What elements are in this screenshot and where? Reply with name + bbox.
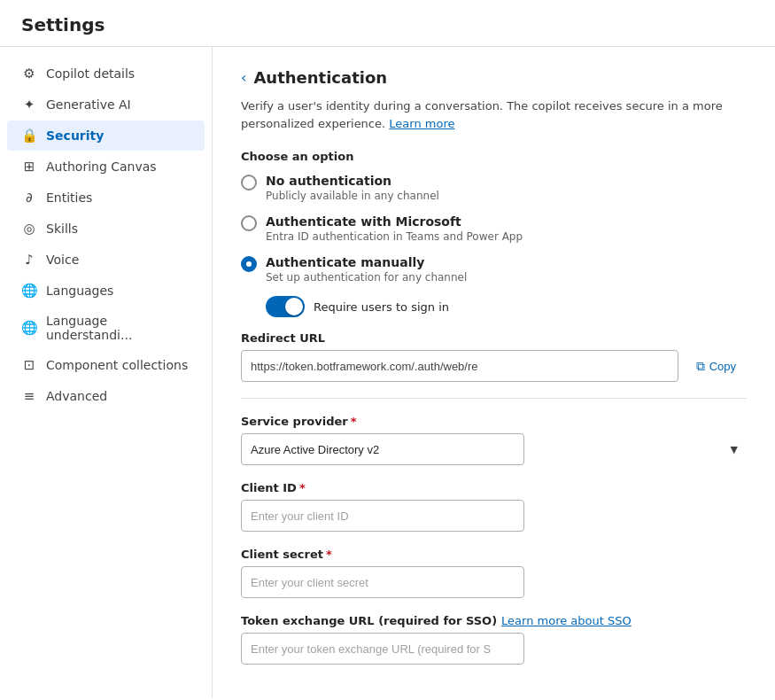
- back-button[interactable]: ‹: [241, 69, 246, 86]
- token-exchange-input[interactable]: [241, 633, 524, 665]
- sidebar-item-authoring-canvas[interactable]: ⊞Authoring Canvas: [7, 152, 205, 182]
- sidebar-item-component-collections[interactable]: ⊡Component collections: [7, 350, 205, 380]
- sidebar-item-security-label: Security: [46, 128, 104, 143]
- copilot-details-icon: ⚙: [21, 66, 37, 82]
- chevron-down-icon: ▼: [731, 444, 738, 455]
- page-title: Settings: [21, 14, 105, 35]
- sidebar-item-languages-label: Languages: [46, 284, 113, 298]
- authoring-canvas-icon: ⊞: [21, 159, 37, 175]
- radio-option-manual-auth[interactable]: Authenticate manuallySet up authenticati…: [241, 255, 747, 284]
- security-icon: 🔒: [21, 128, 37, 144]
- sidebar-item-languages[interactable]: 🌐Languages: [7, 276, 205, 306]
- radio-ms-auth-sublabel: Entra ID authentication in Teams and Pow…: [266, 230, 523, 243]
- sidebar-item-advanced[interactable]: ≡Advanced: [7, 381, 205, 411]
- advanced-icon: ≡: [21, 388, 37, 404]
- client-secret-required: *: [326, 548, 332, 561]
- sidebar-item-skills-label: Skills: [46, 222, 78, 236]
- voice-icon: ♪: [21, 252, 37, 268]
- sidebar-item-copilot-details-label: Copilot details: [46, 66, 135, 81]
- sidebar-item-generative-ai-label: Generative AI: [46, 97, 131, 112]
- service-provider-select[interactable]: Azure Active Directory v2Azure Active Di…: [241, 433, 524, 465]
- choose-option-label: Choose an option: [241, 150, 747, 163]
- radio-manual-auth-sublabel: Set up authentication for any channel: [266, 271, 467, 284]
- language-understanding-icon: 🌐: [21, 320, 37, 336]
- sidebar: ⚙Copilot details✦Generative AI🔒Security⊞…: [0, 47, 213, 698]
- radio-no-auth-label: No authentication: [266, 174, 439, 188]
- radio-no-auth-sublabel: Publicly available in any channel: [266, 190, 439, 202]
- sidebar-item-voice-label: Voice: [46, 253, 79, 267]
- sidebar-item-entities[interactable]: ∂Entities: [7, 183, 205, 213]
- radio-option-ms-auth[interactable]: Authenticate with MicrosoftEntra ID auth…: [241, 214, 747, 243]
- radio-no-auth[interactable]: [241, 175, 257, 191]
- client-secret-label: Client secret: [241, 548, 323, 561]
- auth-options: No authenticationPublicly available in a…: [241, 174, 747, 284]
- radio-manual-auth[interactable]: [241, 256, 257, 272]
- service-provider-label: Service provider: [241, 415, 348, 428]
- sidebar-item-copilot-details[interactable]: ⚙Copilot details: [7, 58, 205, 89]
- redirect-url-input[interactable]: [241, 350, 678, 382]
- sidebar-item-entities-label: Entities: [46, 191, 92, 205]
- client-id-input[interactable]: [241, 500, 524, 532]
- component-collections-icon: ⊡: [21, 357, 37, 373]
- redirect-url-label: Redirect URL: [241, 331, 325, 345]
- sidebar-item-voice[interactable]: ♪Voice: [7, 245, 205, 275]
- generative-ai-icon: ✦: [21, 97, 37, 113]
- sidebar-item-security[interactable]: 🔒Security: [7, 121, 205, 151]
- radio-ms-auth[interactable]: [241, 215, 257, 231]
- sso-learn-more-link[interactable]: Learn more about SSO: [501, 614, 632, 627]
- divider: [241, 398, 747, 399]
- require-signin-toggle[interactable]: [266, 296, 305, 317]
- sidebar-item-skills[interactable]: ◎Skills: [7, 214, 205, 244]
- service-provider-required: *: [351, 415, 357, 428]
- radio-ms-auth-label: Authenticate with Microsoft: [266, 214, 523, 229]
- copy-icon: ⧉: [696, 359, 705, 374]
- sidebar-item-component-collections-label: Component collections: [46, 358, 188, 372]
- sidebar-item-authoring-canvas-label: Authoring Canvas: [46, 159, 157, 174]
- sidebar-item-language-understanding-label: Language understandi...: [46, 314, 190, 342]
- auth-title: Authentication: [253, 68, 387, 87]
- languages-icon: 🌐: [21, 283, 37, 299]
- sidebar-item-advanced-label: Advanced: [46, 389, 107, 403]
- skills-icon: ◎: [21, 221, 37, 237]
- client-id-required: *: [299, 481, 306, 494]
- client-secret-input[interactable]: [241, 566, 524, 598]
- sidebar-item-generative-ai[interactable]: ✦Generative AI: [7, 89, 205, 120]
- auth-description: Verify a user's identity during a conver…: [241, 97, 747, 132]
- radio-option-no-auth[interactable]: No authenticationPublicly available in a…: [241, 174, 747, 202]
- copy-button[interactable]: ⧉ Copy: [686, 354, 747, 379]
- token-exchange-label: Token exchange URL (required for SSO): [241, 614, 497, 627]
- radio-manual-auth-label: Authenticate manually: [266, 255, 467, 269]
- learn-more-link[interactable]: Learn more: [389, 117, 454, 130]
- sidebar-item-language-understanding[interactable]: 🌐Language understandi...: [7, 307, 205, 349]
- toggle-label: Require users to sign in: [314, 300, 449, 314]
- main-content: ‹ Authentication Verify a user's identit…: [213, 47, 775, 698]
- client-id-label: Client ID: [241, 481, 297, 494]
- entities-icon: ∂: [21, 190, 37, 206]
